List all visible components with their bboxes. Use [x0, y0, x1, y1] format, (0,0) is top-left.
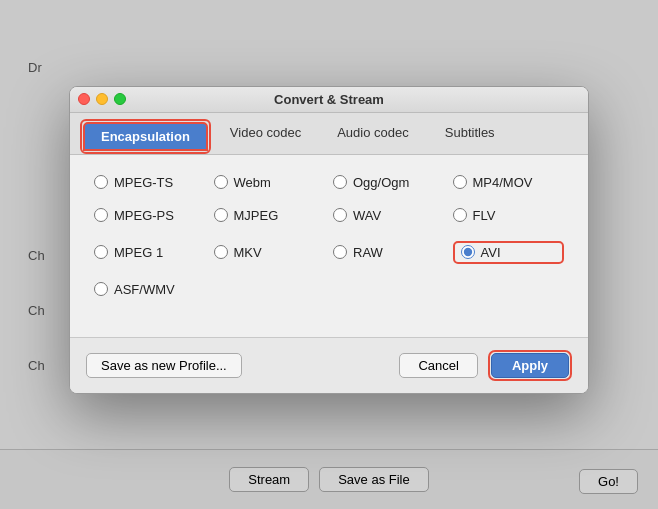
tab-audio-codec[interactable]: Audio codec: [320, 119, 426, 154]
traffic-lights: [78, 93, 126, 105]
radio-item-mkv[interactable]: MKV: [214, 241, 326, 264]
radio-webm[interactable]: [214, 175, 228, 189]
modal-content: MPEG-TS Webm Ogg/Ogm MP4/MOV: [70, 155, 588, 337]
tab-subtitles[interactable]: Subtitles: [428, 119, 512, 154]
footer-right: Cancel Apply: [399, 350, 572, 381]
window-background: Dr Ch Ch Ch Stream Save as File Go! Conv…: [0, 0, 658, 509]
tab-encapsulation[interactable]: Encapsulation: [83, 122, 208, 151]
radio-label-mpeg1: MPEG 1: [114, 245, 163, 260]
radio-item-avi[interactable]: AVI: [461, 245, 501, 260]
radio-item-mpeg-ts[interactable]: MPEG-TS: [94, 175, 206, 190]
radio-asf-wmv[interactable]: [94, 282, 108, 296]
radio-label-mjpeg: MJPEG: [234, 208, 279, 223]
modal-title: Convert & Stream: [274, 92, 384, 107]
radio-item-mpeg-ps[interactable]: MPEG-PS: [94, 208, 206, 223]
modal-footer: Save as new Profile... Cancel Apply: [70, 337, 588, 393]
modal-overlay: Convert & Stream Encapsulation Video cod…: [0, 0, 658, 509]
radio-label-asf-wmv: ASF/WMV: [114, 282, 175, 297]
radio-label-mp4-mov: MP4/MOV: [473, 175, 533, 190]
apply-button-wrapper: Apply: [488, 350, 572, 381]
radio-item-flv[interactable]: FLV: [453, 208, 565, 223]
radio-item-mp4-mov[interactable]: MP4/MOV: [453, 175, 565, 190]
radio-item-mjpeg[interactable]: MJPEG: [214, 208, 326, 223]
radio-item-webm[interactable]: Webm: [214, 175, 326, 190]
radio-label-mpeg-ts: MPEG-TS: [114, 175, 173, 190]
radio-label-mkv: MKV: [234, 245, 262, 260]
radio-label-avi: AVI: [481, 245, 501, 260]
cancel-button[interactable]: Cancel: [399, 353, 477, 378]
radio-ogg-ogm[interactable]: [333, 175, 347, 189]
minimize-button[interactable]: [96, 93, 108, 105]
tab-video-codec[interactable]: Video codec: [213, 119, 318, 154]
radio-item-mpeg1[interactable]: MPEG 1: [94, 241, 206, 264]
modal-titlebar: Convert & Stream: [70, 87, 588, 113]
radio-mpeg1[interactable]: [94, 245, 108, 259]
avi-selected-wrapper: AVI: [453, 241, 565, 264]
encapsulation-tab-wrapper: Encapsulation: [80, 119, 211, 154]
radio-label-mpeg-ps: MPEG-PS: [114, 208, 174, 223]
radio-avi[interactable]: [461, 245, 475, 259]
radio-mpeg-ps[interactable]: [94, 208, 108, 222]
radio-mpeg-ts[interactable]: [94, 175, 108, 189]
radio-item-ogg-ogm[interactable]: Ogg/Ogm: [333, 175, 445, 190]
radio-label-flv: FLV: [473, 208, 496, 223]
save-profile-button[interactable]: Save as new Profile...: [86, 353, 242, 378]
radio-label-ogg-ogm: Ogg/Ogm: [353, 175, 409, 190]
radio-grid: MPEG-TS Webm Ogg/Ogm MP4/MOV: [94, 175, 564, 297]
radio-mjpeg[interactable]: [214, 208, 228, 222]
maximize-button[interactable]: [114, 93, 126, 105]
radio-item-asf-wmv[interactable]: ASF/WMV: [94, 282, 206, 297]
radio-label-webm: Webm: [234, 175, 271, 190]
radio-mp4-mov[interactable]: [453, 175, 467, 189]
tab-bar: Encapsulation Video codec Audio codec Su…: [70, 113, 588, 155]
radio-mkv[interactable]: [214, 245, 228, 259]
radio-item-wav[interactable]: WAV: [333, 208, 445, 223]
apply-button[interactable]: Apply: [491, 353, 569, 378]
radio-wav[interactable]: [333, 208, 347, 222]
radio-flv[interactable]: [453, 208, 467, 222]
radio-label-wav: WAV: [353, 208, 381, 223]
close-button[interactable]: [78, 93, 90, 105]
modal-dialog: Convert & Stream Encapsulation Video cod…: [69, 86, 589, 394]
radio-label-raw: RAW: [353, 245, 383, 260]
radio-item-raw[interactable]: RAW: [333, 241, 445, 264]
radio-raw[interactable]: [333, 245, 347, 259]
